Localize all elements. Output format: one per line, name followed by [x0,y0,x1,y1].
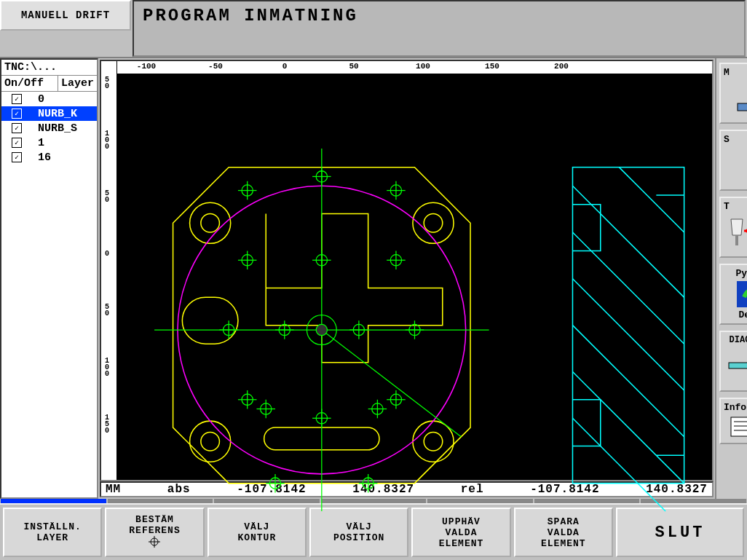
layer-name: 0 [38,93,44,106]
m-label: M [724,67,730,78]
ruler-x-tick: -50 [208,62,223,71]
python-demos-button[interactable]: Python Demos [719,264,747,325]
cad-drawing [117,74,712,560]
ruler-x-tick: 200 [554,62,569,71]
layer-row-1[interactable]: ✓1 [1,135,97,150]
svg-line-67 [572,186,684,297]
col-onoff: On/Off [1,76,58,91]
ruler-y-tick: 5 0 [105,304,109,317]
main-area: TNC:\... On/Off Layer ✓0✓NURB_K✓NURB_S✓1… [0,58,747,499]
layer-row-0[interactable]: ✓0 [1,92,97,106]
spindle-icon [724,145,747,186]
svg-line-69 [572,279,684,390]
svg-line-72 [572,418,665,511]
layer-name: NURB_K [38,108,77,120]
svg-rect-88 [729,363,747,368]
svg-point-8 [424,432,443,451]
tool-change-icon [724,212,747,253]
python-icon [724,279,747,309]
layer-checkbox[interactable]: ✓ [12,152,22,162]
s-button[interactable]: S [719,130,747,191]
layer-checkbox[interactable]: ✓ [12,109,22,119]
svg-point-14 [316,324,327,335]
svg-marker-84 [744,228,747,234]
page-title: PROGRAM INMATNING [133,0,746,57]
s-label: S [724,134,730,145]
softkey-line1: INSTÄLLN. [24,521,82,532]
diagnosis-icon [724,345,747,387]
info-button[interactable]: Info 1/3 i [719,398,747,444]
svg-line-70 [572,326,684,437]
svg-line-12 [322,330,461,437]
layer-name: NURB_S [38,122,77,135]
svg-point-2 [201,213,220,232]
info-icon: i [724,413,747,440]
layer-row-NURB_S[interactable]: ✓NURB_S [1,121,97,135]
right-panel: M S T Python [715,58,747,499]
info-label: Info 1/3 [724,402,747,413]
ruler-x-tick: 100 [416,62,430,71]
header: MANUELL DRIFT PROGRAM INMATNING [0,0,747,58]
softkey-inställn.[interactable]: INSTÄLLN.LAYER [3,508,102,557]
demos-label: Demos [738,309,747,320]
cad-canvas[interactable]: 5 01 0 05 005 01 0 01 5 0 -100-500501001… [100,60,714,481]
ruler-y-tick: 5 0 [105,190,109,203]
layer-name: 16 [38,151,51,164]
ruler-y: 5 01 0 05 005 01 0 01 5 0 [101,61,117,480]
svg-rect-74 [738,103,747,111]
svg-point-7 [413,421,454,462]
svg-point-4 [424,213,443,232]
path-label: TNC:\... [1,60,97,76]
diagnosis-button[interactable]: DIAGNOSIS [719,331,747,392]
softkey-line2: LAYER [36,532,68,543]
ruler-y-tick: 5 0 [105,76,109,90]
canvas-wrap: 5 01 0 05 005 01 0 01 5 0 -100-500501001… [98,58,715,499]
svg-point-5 [190,421,231,462]
t-button[interactable]: T [719,197,747,258]
machine-icon [724,78,747,119]
t-label: T [724,201,730,212]
m-button[interactable]: M [719,63,747,124]
layer-name: 1 [38,137,44,149]
ruler-x: -100-50050100150200 [117,61,712,74]
svg-rect-91 [731,417,747,436]
ruler-y-tick: 1 0 0 [105,358,109,377]
svg-line-68 [572,232,684,344]
diagnosis-label: DIAGNOSIS [730,335,747,345]
col-layer: Layer [58,76,97,91]
layer-checkbox[interactable]: ✓ [12,94,22,104]
ruler-x-tick: 50 [349,62,358,71]
svg-rect-80 [735,235,738,245]
ruler-x-tick: 0 [282,62,288,71]
ruler-y-tick: 1 0 0 [105,130,109,150]
layer-checkbox[interactable]: ✓ [12,123,22,133]
ruler-y-tick: 1 5 0 [105,414,109,434]
svg-point-6 [201,432,220,451]
python-label: Python [736,268,747,279]
svg-rect-66 [572,167,684,484]
layer-sidebar: TNC:\... On/Off Layer ✓0✓NURB_K✓NURB_S✓1… [0,58,98,499]
mode-tab[interactable]: MANUELL DRIFT [0,0,131,31]
layer-row-16[interactable]: ✓16 [1,150,97,165]
ruler-x-tick: -100 [137,62,156,71]
svg-marker-79 [731,219,743,235]
svg-line-71 [572,371,684,483]
layer-row-NURB_K[interactable]: ✓NURB_K [1,106,97,121]
layer-checkbox[interactable]: ✓ [12,138,22,148]
ruler-x-tick: 150 [485,62,499,71]
layer-header: On/Off Layer [1,76,97,92]
svg-line-73 [619,167,684,232]
ruler-y-tick: 0 [105,251,109,257]
